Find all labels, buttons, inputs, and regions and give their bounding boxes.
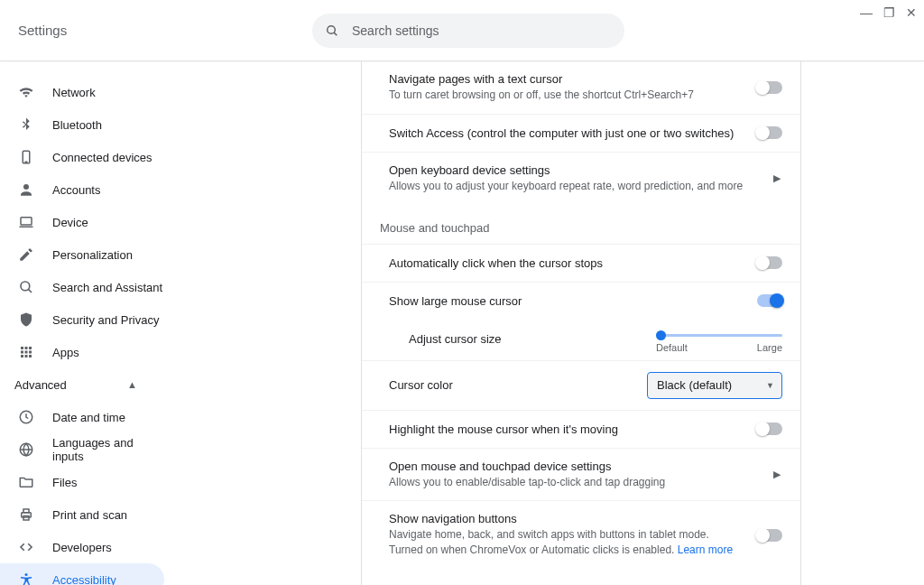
sidebar-item-label: Date and time — [52, 411, 125, 424]
sidebar-item-label: Developers — [52, 541, 112, 554]
pencil-icon — [18, 246, 36, 263]
code-icon — [18, 539, 36, 555]
svg-line-1 — [334, 32, 337, 35]
sidebar-item-label: Files — [52, 476, 77, 489]
row-cursor-color: Cursor color Black (default) ▼ — [362, 360, 800, 410]
slider-thumb[interactable] — [656, 330, 666, 340]
search-icon — [18, 279, 36, 295]
svg-rect-17 — [29, 355, 32, 358]
toggle-autoclick[interactable] — [757, 256, 782, 269]
chevron-up-icon: ▲ — [127, 379, 137, 390]
row-title: Open keyboard device settings — [389, 163, 753, 177]
bluetooth-icon — [18, 116, 36, 133]
person-icon — [18, 181, 36, 198]
toggle-large-cursor[interactable] — [757, 294, 782, 307]
toggle-switch-access[interactable] — [757, 126, 782, 139]
search-box[interactable] — [312, 14, 624, 48]
sidebar-item-label: Languages and inputs — [52, 436, 164, 463]
sidebar-advanced-toggle[interactable]: Advanced ▲ — [0, 368, 155, 401]
sidebar-item-personalization[interactable]: Personalization — [0, 238, 164, 271]
row-large-cursor: Show large mouse cursor — [362, 282, 800, 320]
cursor-size-slider[interactable] — [656, 334, 782, 337]
sidebar-item-apps[interactable]: Apps — [0, 336, 164, 368]
folder-icon — [18, 474, 36, 490]
sidebar-item-label: Apps — [52, 346, 79, 359]
section-audio-heading: Audio and captions — [362, 569, 800, 585]
sidebar-item-date-time[interactable]: Date and time — [0, 401, 164, 433]
sidebar-item-label: Bluetooth — [52, 118, 102, 132]
row-subtitle: Allows you to enable/disable tap-to-clic… — [389, 475, 753, 490]
sidebar: Network Bluetooth Connected devices Acco… — [0, 61, 245, 585]
sidebar-item-label: Device — [52, 216, 88, 229]
slider-label: Adjust cursor size — [409, 330, 502, 346]
sidebar-item-search-assistant[interactable]: Search and Assistant — [0, 271, 164, 303]
row-subtitle: To turn caret browsing on or off, use th… — [389, 88, 739, 103]
svg-rect-12 — [21, 351, 23, 354]
row-title: Cursor color — [389, 378, 629, 392]
sidebar-item-label: Security and Privacy — [52, 313, 160, 327]
sidebar-item-security-privacy[interactable]: Security and Privacy — [0, 303, 164, 336]
search-icon — [325, 23, 339, 38]
row-title: Automatically click when the cursor stop… — [389, 256, 739, 270]
section-mouse-heading: Mouse and touchpad — [362, 205, 800, 244]
row-cursor-size: Adjust cursor size Default Large — [362, 320, 800, 360]
sidebar-item-label: Accessibility — [52, 573, 116, 586]
sidebar-item-label: Search and Assistant — [52, 281, 162, 294]
toggle-caret-browsing[interactable] — [757, 81, 782, 94]
row-mouse-settings[interactable]: Open mouse and touchpad device settings … — [362, 448, 800, 501]
phone-icon — [18, 149, 36, 165]
shield-icon — [18, 311, 36, 328]
apps-grid-icon — [18, 344, 36, 360]
learn-more-link[interactable]: Learn more — [678, 543, 733, 556]
sidebar-item-label: Accounts — [52, 183, 100, 197]
sidebar-item-languages-inputs[interactable]: Languages and inputs — [0, 433, 164, 466]
sidebar-item-bluetooth[interactable]: Bluetooth — [0, 108, 164, 141]
slider-min-label: Default — [656, 342, 688, 353]
sidebar-item-accessibility[interactable]: Accessibility — [0, 563, 164, 585]
sidebar-item-print-scan[interactable]: Print and scan — [0, 498, 164, 531]
svg-rect-13 — [25, 351, 28, 354]
sidebar-item-network[interactable]: Network — [0, 76, 164, 108]
svg-point-4 — [23, 184, 29, 190]
row-title: Highlight the mouse cursor when it's mov… — [389, 422, 739, 436]
svg-rect-11 — [29, 347, 32, 349]
svg-rect-14 — [29, 351, 32, 354]
svg-rect-10 — [25, 347, 28, 349]
sidebar-item-developers[interactable]: Developers — [0, 531, 164, 563]
row-keyboard-settings[interactable]: Open keyboard device settings Allows you… — [362, 152, 800, 205]
cursor-color-dropdown[interactable]: Black (default) ▼ — [647, 372, 782, 399]
row-nav-buttons: Show navigation buttons Navigate home, b… — [362, 500, 800, 569]
svg-rect-21 — [23, 509, 29, 513]
dropdown-value: Black (default) — [657, 378, 732, 392]
row-switch-access: Switch Access (control the computer with… — [362, 114, 800, 152]
sidebar-item-files[interactable]: Files — [0, 466, 164, 498]
chevron-right-icon: ▶ — [772, 172, 782, 184]
chevron-right-icon: ▶ — [772, 469, 782, 480]
row-highlight-cursor: Highlight the mouse cursor when it's mov… — [362, 410, 800, 448]
row-title: Show navigation buttons — [389, 512, 739, 525]
svg-rect-5 — [21, 218, 32, 225]
toggle-nav-buttons[interactable] — [757, 529, 782, 542]
search-input[interactable] — [352, 23, 612, 38]
sidebar-item-device[interactable]: Device — [0, 206, 164, 238]
globe-icon — [18, 441, 36, 458]
svg-point-7 — [21, 282, 30, 291]
content-area: Navigate pages with a text cursor To tur… — [245, 61, 924, 585]
row-caret-browsing: Navigate pages with a text cursor To tur… — [362, 61, 800, 114]
accessibility-icon — [18, 571, 36, 585]
svg-rect-16 — [25, 355, 28, 358]
toggle-highlight-cursor[interactable] — [757, 422, 782, 435]
svg-line-8 — [28, 289, 32, 292]
laptop-icon — [18, 214, 36, 230]
row-title: Navigate pages with a text cursor — [389, 72, 739, 86]
sidebar-item-label: Network — [52, 86, 96, 99]
svg-point-0 — [328, 25, 336, 33]
row-autoclick: Automatically click when the cursor stop… — [362, 244, 800, 282]
sidebar-item-label: Print and scan — [52, 508, 127, 522]
sidebar-item-accounts[interactable]: Accounts — [0, 173, 164, 206]
svg-rect-9 — [21, 347, 23, 349]
row-title: Open mouse and touchpad device settings — [389, 460, 753, 473]
sidebar-item-connected-devices[interactable]: Connected devices — [0, 141, 164, 173]
wifi-icon — [18, 84, 36, 100]
sidebar-item-label: Connected devices — [52, 151, 152, 164]
